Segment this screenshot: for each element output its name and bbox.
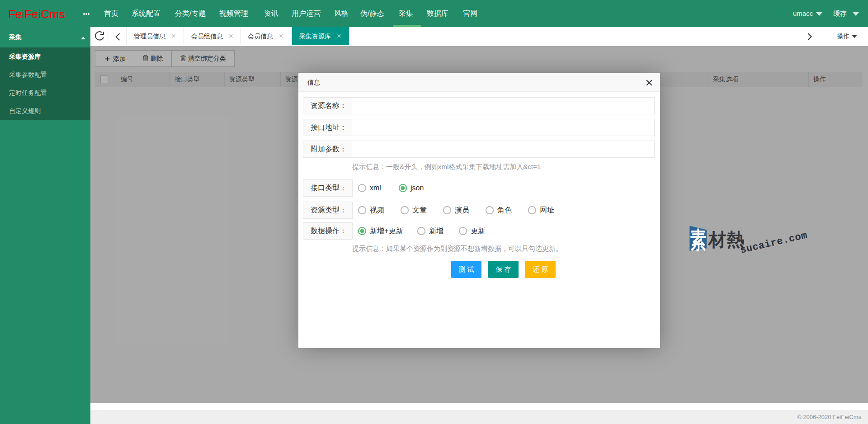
svg-text:素: 素 (690, 227, 707, 252)
svg-text:sucaire.com: sucaire.com (739, 230, 809, 256)
